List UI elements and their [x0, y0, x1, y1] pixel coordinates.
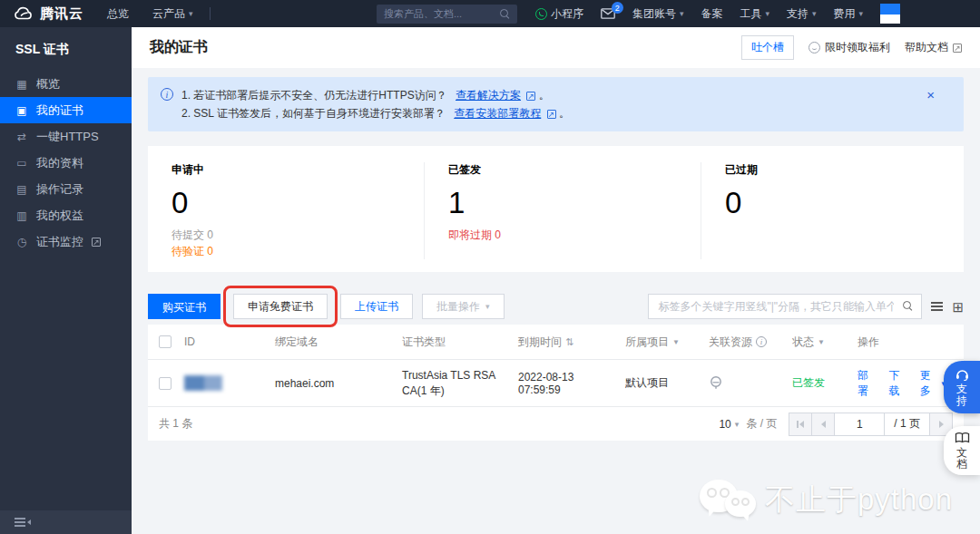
chevron-down-icon: ▾	[189, 9, 193, 18]
deploy-link[interactable]: 部署	[858, 368, 877, 399]
sidebar-item-operation-log[interactable]: ▤ 操作记录	[0, 176, 132, 202]
first-page-button[interactable]	[789, 413, 812, 436]
install-tutorial-link[interactable]: 查看安装部署教程	[454, 107, 541, 120]
messages-entry[interactable]: 2	[601, 8, 615, 19]
sidebar-item-certificate-monitor[interactable]: ◷ 证书监控 ↗	[0, 228, 132, 255]
batch-operation-button[interactable]: 批量操作 ▾	[422, 294, 505, 319]
sidebar-item-overview[interactable]: ▦ 概览	[0, 71, 132, 97]
sidebar-footer	[0, 510, 132, 534]
search-icon	[500, 9, 510, 19]
banner-line-2: 2. SSL 证书签发后，如何基于自身环境进行安装部署？ 查看安装部署教程 ↗ …	[181, 104, 570, 122]
column-project: 所属项目 ▼	[625, 335, 709, 350]
sort-icon[interactable]: ⇅	[565, 336, 573, 348]
list-view-icon[interactable]	[931, 306, 943, 307]
menu-support[interactable]: 支持 ▾	[787, 6, 817, 22]
column-domain: 绑定域名	[275, 335, 402, 350]
topbar-right-menu: 小程序 2 集团账号 ▾ 备案 工具 ▾ 支持 ▾ 费用 ▾	[535, 4, 980, 24]
total-count: 共 1 条	[159, 416, 192, 432]
buy-certificate-button[interactable]: 购买证书	[148, 294, 220, 319]
stat-expired: 已过期 0	[701, 162, 964, 259]
column-action: 操作	[858, 335, 953, 350]
grid-view-icon[interactable]: ⊞	[952, 300, 964, 314]
feedback-button[interactable]: 吐个槽	[741, 35, 794, 60]
miniprogram-icon	[535, 8, 547, 20]
cell-actions: 部署 下载 更多 ▾	[858, 368, 953, 399]
headset-icon	[955, 367, 970, 381]
content-area: i 1. 若证书部署后提示不安全、仍无法进行HTTPS访问？ 查看解决方案 ↗ …	[132, 68, 980, 534]
sidebar-item-label: 我的证书	[36, 102, 83, 119]
page-title: 我的证书	[150, 38, 208, 57]
solution-link[interactable]: 查看解决方案	[456, 89, 521, 102]
sidebar-item-my-profile[interactable]: ▭ 我的资料	[0, 150, 132, 176]
monitor-icon: ◷	[15, 236, 28, 248]
chevron-down-icon: ▾	[812, 9, 817, 18]
column-expire-time: 到期时间 ⇅	[518, 335, 625, 350]
sidebar-item-label: 操作记录	[36, 181, 83, 198]
sidebar-item-one-click-https[interactable]: ⇄ 一键HTTPS	[0, 123, 132, 150]
support-float-label: 支持	[956, 384, 968, 407]
stat-applying: 申请中 0 待提交 0 待验证 0	[148, 162, 425, 259]
select-all-checkbox[interactable]	[159, 335, 172, 348]
banner-line-1: 1. 若证书部署后提示不安全、仍无法进行HTTPS访问？ 查看解决方案 ↗ 。	[181, 86, 570, 104]
more-dropdown[interactable]: 更多 ▾	[920, 368, 946, 399]
topbar-divider	[210, 7, 211, 20]
cell-domain: mehaei.com	[275, 377, 402, 390]
search-icon	[903, 301, 913, 311]
sidebar-item-my-benefits[interactable]: ▥ 我的权益	[0, 202, 132, 228]
cell-id	[184, 375, 275, 391]
chevron-down-icon: ▾	[485, 295, 490, 318]
menu-tools[interactable]: 工具 ▾	[740, 6, 769, 22]
billing-label: 费用	[833, 6, 855, 22]
stat-issued: 已签发 1 即将过期 0	[425, 162, 701, 259]
support-label: 支持	[787, 6, 808, 22]
upload-certificate-button[interactable]: 上传证书	[340, 294, 413, 319]
table-footer: 共 1 条 10 ▾ 条 / 页 / 1 页	[148, 406, 964, 441]
folder-icon: ▭	[15, 157, 28, 170]
tools-label: 工具	[740, 6, 761, 22]
chevron-down-icon: ▾	[765, 9, 769, 18]
sidebar-collapse-icon[interactable]	[15, 519, 31, 525]
help-doc-link[interactable]: 帮助文档 ↗	[905, 40, 962, 55]
promo-link[interactable]: 限时领取福利	[808, 40, 890, 55]
miniprogram-entry[interactable]: 小程序	[535, 6, 583, 22]
cell-project: 默认项目	[625, 375, 709, 391]
row-checkbox[interactable]	[159, 377, 172, 390]
download-link[interactable]: 下载	[888, 368, 907, 399]
menu-beian[interactable]: 备案	[701, 6, 722, 22]
page-header: 我的证书 吐个槽 限时领取福利 帮助文档 ↗	[132, 27, 980, 68]
support-float-button[interactable]: 支持	[944, 361, 980, 413]
promo-label: 限时领取福利	[825, 40, 890, 55]
page-number-input[interactable]	[834, 413, 885, 436]
prev-page-button[interactable]	[811, 413, 835, 436]
docs-float-button[interactable]: 文档	[944, 426, 980, 475]
certificates-table: ID 绑定域名 证书类型 到期时间 ⇅ 所属项目 ▼ 关联资源 i	[148, 325, 964, 441]
sidebar-item-my-certificates[interactable]: ▣ 我的证书	[0, 97, 132, 123]
stat-sub-pending-verify: 待验证 0	[172, 243, 424, 259]
avatar-top	[880, 4, 900, 15]
cloud-logo-icon	[13, 6, 34, 21]
close-icon[interactable]: ×	[926, 88, 935, 102]
nav-cloud-products[interactable]: 云产品 ▾	[152, 6, 193, 22]
nav-overview[interactable]: 总览	[107, 6, 129, 22]
table-toolbar: 购买证书 申请免费证书 上传证书 批量操作 ▾	[148, 294, 964, 319]
sidebar-item-label: 证书监控	[36, 234, 83, 250]
group-account-label: 集团账号	[632, 6, 676, 22]
table-search-input[interactable]	[648, 294, 922, 319]
global-search-box[interactable]: 搜索产品、文档...	[377, 5, 517, 24]
page-size-select[interactable]: 10 ▾	[719, 418, 739, 431]
external-link-icon: ↗	[526, 92, 535, 101]
info-icon: i	[161, 88, 173, 101]
filter-icon[interactable]: ▼	[818, 338, 825, 346]
miniprogram-label: 小程序	[551, 6, 583, 22]
tencent-cloud-logo[interactable]: 腾讯云	[13, 5, 83, 23]
menu-billing[interactable]: 费用 ▾	[833, 6, 863, 22]
page-size-value: 10	[719, 418, 730, 431]
user-avatar[interactable]	[880, 4, 900, 24]
page-size-unit: 条 / 页	[746, 416, 777, 432]
stat-label: 申请中	[172, 162, 424, 178]
apply-free-certificate-button[interactable]: 申请免费证书	[233, 294, 328, 319]
help-doc-label: 帮助文档	[905, 40, 948, 55]
external-link-icon: ↗	[953, 44, 962, 53]
filter-icon[interactable]: ▼	[672, 338, 680, 346]
menu-group-account[interactable]: 集团账号 ▾	[632, 6, 684, 22]
